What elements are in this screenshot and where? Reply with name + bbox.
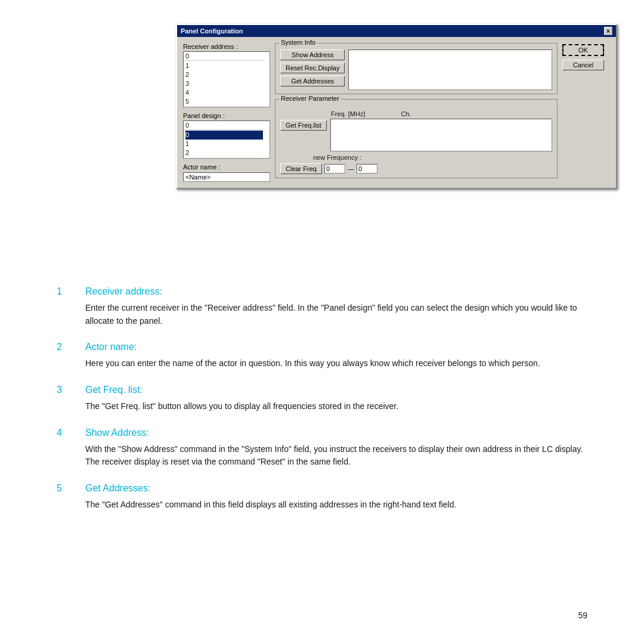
doc-body-5: The "Get Addresses" command in this fiel… — [85, 499, 587, 512]
new-freq-input2[interactable] — [357, 164, 377, 174]
doc-number-5: 5 — [57, 483, 71, 494]
documentation-content: 1 Receiver address: Enter the current re… — [57, 286, 587, 608]
doc-section-3: 3 Get Freq. list: The "Get Freq. list" b… — [57, 385, 587, 413]
receiver-parameter-group: Receiver Parameter Freq. [MHz] Ch. Get F… — [275, 99, 558, 178]
clear-freq-button[interactable]: Clear Freq — [280, 163, 322, 174]
dialog-center-panel: System Info Show Address Reset Rec.Displ… — [275, 43, 558, 182]
doc-body-1: Enter the current receiver in the "Recei… — [85, 302, 587, 327]
doc-number-3: 3 — [57, 385, 71, 395]
reset-rec-display-button[interactable]: Reset Rec.Display — [280, 63, 345, 73]
ok-button[interactable]: OK — [562, 44, 604, 56]
new-freq-input[interactable] — [324, 164, 345, 174]
page-number: 59 — [578, 611, 587, 620]
doc-title-4: Show Address: — [85, 428, 149, 438]
receiver-address-section: Receiver address : 0 1 2 3 4 5 — [183, 43, 270, 107]
list-item[interactable]: 0 — [185, 131, 263, 140]
panel-design-section: Panel design : 0 0 1 2 — [183, 112, 270, 159]
doc-number-1: 1 — [57, 286, 71, 297]
dialog-right-panel: OK Cancel — [562, 43, 610, 182]
panel-design-input[interactable]: 0 — [184, 121, 265, 130]
dialog-left-panel: Receiver address : 0 1 2 3 4 5 — [183, 43, 270, 182]
panel-design-listbox[interactable]: 0 0 1 2 — [183, 120, 270, 159]
doc-title-5: Get Addresses: — [85, 483, 150, 494]
list-item[interactable]: 1 — [185, 140, 263, 148]
panel-design-label: Panel design : — [183, 112, 270, 119]
show-address-button[interactable]: Show Address — [280, 49, 345, 60]
get-freq-list-button[interactable]: Get Freq.list — [280, 120, 327, 131]
freq-content: Get Freq.list — [280, 119, 552, 151]
freq-header: Freq. [MHz] Ch. — [280, 110, 552, 117]
doc-title-3: Get Freq. list: — [85, 385, 143, 395]
receiver-address-listbox[interactable]: 0 1 2 3 4 5 — [183, 51, 270, 107]
freq-mhz-label: Freq. [MHz] — [331, 110, 365, 117]
system-info-buttons: Show Address Reset Rec.Display Get Addre… — [280, 49, 345, 90]
doc-number-2: 2 — [57, 342, 71, 352]
list-item[interactable]: 4 — [185, 88, 263, 97]
panel-configuration-dialog: Panel Configuration × Receiver address :… — [176, 24, 617, 189]
get-addresses-button[interactable]: Get Addresses — [280, 76, 345, 86]
list-item[interactable]: 2 — [185, 148, 263, 157]
doc-title-1: Receiver address: — [85, 286, 162, 297]
system-info-title: System Info — [279, 39, 317, 46]
doc-section-1: 1 Receiver address: Enter the current re… — [57, 286, 587, 327]
ch-label: Ch. — [401, 110, 411, 117]
dialog-titlebar: Panel Configuration × — [177, 25, 616, 37]
doc-section-1-header: 1 Receiver address: — [57, 286, 587, 297]
doc-section-2-header: 2 Actor name: — [57, 342, 587, 352]
doc-body-3: The "Get Freq. list" button allows you t… — [85, 400, 587, 413]
doc-number-4: 4 — [57, 428, 71, 438]
freq-textarea[interactable] — [330, 119, 552, 151]
list-item[interactable]: 2 — [185, 70, 263, 79]
doc-title-2: Actor name: — [85, 342, 137, 352]
doc-section-4-header: 4 Show Address: — [57, 428, 587, 438]
receiver-param-body: Freq. [MHz] Ch. Get Freq.list new Freque… — [280, 103, 552, 174]
actor-name-input[interactable] — [183, 172, 270, 182]
doc-section-4: 4 Show Address: With the "Show Address" … — [57, 428, 587, 469]
doc-body-2: Here you can enter the name of the actor… — [85, 357, 587, 370]
list-item[interactable]: 1 — [185, 61, 263, 70]
receiver-address-label: Receiver address : — [183, 43, 270, 50]
actor-name-label: Actor name : — [183, 163, 270, 171]
doc-section-5-header: 5 Get Addresses: — [57, 483, 587, 494]
doc-section-2: 2 Actor name: Here you can enter the nam… — [57, 342, 587, 370]
actor-name-section: Actor name : — [183, 163, 270, 182]
doc-section-3-header: 3 Get Freq. list: — [57, 385, 587, 395]
panel-list-items: 0 1 2 — [184, 130, 265, 158]
receiver-list-items: 1 2 3 4 5 — [184, 61, 265, 107]
doc-body-4: With the "Show Address" command in the "… — [85, 443, 587, 469]
close-button[interactable]: × — [604, 27, 612, 35]
receiver-parameter-title: Receiver Parameter — [279, 95, 341, 102]
dialog-title: Panel Configuration — [181, 27, 243, 35]
new-frequency-label: new Frequency : — [313, 154, 361, 161]
list-item[interactable]: 5 — [185, 97, 263, 106]
list-item[interactable]: 3 — [185, 79, 263, 88]
freq-dash: — — [348, 165, 354, 172]
new-frequency-row: new Frequency : — [280, 154, 552, 161]
system-info-group: System Info Show Address Reset Rec.Displ… — [275, 43, 558, 94]
system-info-textarea[interactable] — [348, 49, 552, 90]
cancel-button[interactable]: Cancel — [562, 60, 604, 70]
doc-section-5: 5 Get Addresses: The "Get Addresses" com… — [57, 483, 587, 512]
clear-freq-row: Clear Freq — — [280, 163, 552, 174]
receiver-address-input[interactable]: 0 — [184, 52, 265, 61]
